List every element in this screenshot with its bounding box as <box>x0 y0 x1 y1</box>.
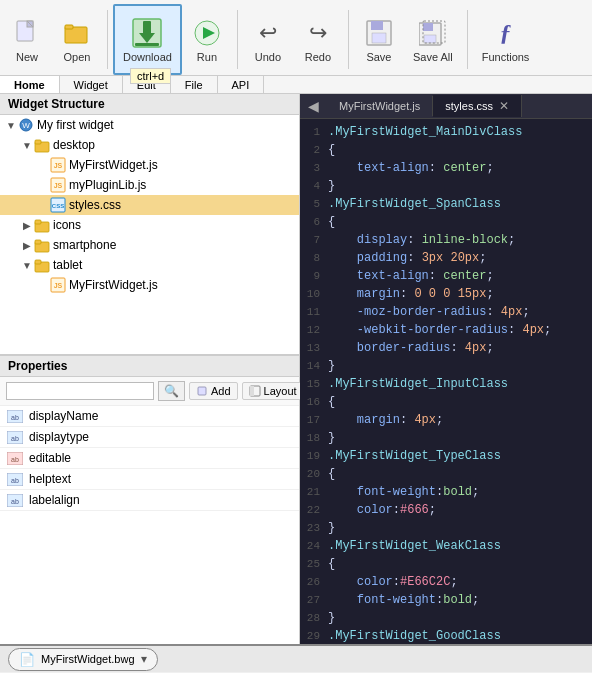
svg-rect-31 <box>35 240 41 244</box>
new-icon <box>11 17 43 49</box>
prop-icon-displayname: ab <box>6 409 24 423</box>
tree-label-styles: styles.css <box>69 198 121 212</box>
svg-text:ab: ab <box>11 498 19 505</box>
code-line-10: 10 margin: 0 0 0 15px; <box>300 285 592 303</box>
toolbar-group-home: New Open <box>2 4 102 75</box>
tree-item-root[interactable]: ▼ W My first widget <box>0 115 299 135</box>
displayname-icon: ab <box>7 410 23 423</box>
redo-button[interactable]: ↪ Redo <box>293 4 343 75</box>
sep1 <box>107 10 108 69</box>
functions-button[interactable]: ƒ Functions <box>473 4 539 75</box>
status-dropdown-arrow[interactable]: ▾ <box>141 652 147 666</box>
editor-tab-mfw[interactable]: MyFirstWidget.js <box>327 96 433 116</box>
prop-label-displayname: displayName <box>29 409 98 423</box>
code-line-19: 19.MyFirstWidget_TypeClass <box>300 447 592 465</box>
main-content: Widget Structure ▼ W My first widget ▼ <box>0 94 592 644</box>
tree-item-icons[interactable]: ▶ icons <box>0 215 299 235</box>
prop-item-labelalign[interactable]: ab labelalign <box>0 490 299 511</box>
sep3 <box>348 10 349 69</box>
expand-icons[interactable]: ▶ <box>20 220 34 231</box>
tree-item-smartphone[interactable]: ▶ smartphone <box>0 235 299 255</box>
line-content-27: font-weight:bold; <box>328 591 479 609</box>
sep2 <box>237 10 238 69</box>
prop-label-editable: editable <box>29 451 71 465</box>
properties-panel: Properties 🔍 Add Layout <box>0 355 299 511</box>
prop-label-labelalign: labelalign <box>29 493 80 507</box>
tree-item-tablet[interactable]: ▼ tablet <box>0 255 299 275</box>
properties-search-button[interactable]: 🔍 <box>158 381 185 401</box>
properties-search-input[interactable] <box>6 382 154 400</box>
status-file[interactable]: 📄 MyFirstWidget.bwg ▾ <box>8 648 158 671</box>
undo-button[interactable]: ↩ Undo <box>243 4 293 75</box>
widget-structure-header: Widget Structure <box>0 94 299 115</box>
line-number-9: 9 <box>300 268 328 285</box>
line-content-16: { <box>328 393 335 411</box>
download-button[interactable]: Download <box>113 4 182 75</box>
line-content-15: .MyFirstWidget_InputClass <box>328 375 508 393</box>
folder-icon-tablet <box>34 257 50 273</box>
layout-property-button[interactable]: Layout <box>242 382 304 400</box>
line-number-24: 24 <box>300 538 328 555</box>
helptext-icon: ab <box>7 473 23 486</box>
line-content-20: { <box>328 465 335 483</box>
code-line-8: 8 padding: 3px 20px; <box>300 249 592 267</box>
tree-item-tablet-mfw[interactable]: ▶ JS MyFirstWidget.js <box>0 275 299 295</box>
tree-item-styles[interactable]: ▶ CSS styles.css <box>0 195 299 215</box>
prop-item-editable[interactable]: ab editable <box>0 448 299 469</box>
save-label: Save <box>366 51 391 63</box>
tree-area[interactable]: ▼ W My first widget ▼ desktop <box>0 115 299 355</box>
tab-api[interactable]: API <box>218 76 265 93</box>
save-icon <box>363 17 395 49</box>
line-number-2: 2 <box>300 142 328 159</box>
add-property-button[interactable]: Add <box>189 382 238 400</box>
run-label: Run <box>197 51 217 63</box>
prop-item-displayname[interactable]: ab displayName <box>0 406 299 427</box>
line-number-11: 11 <box>300 304 328 321</box>
code-area[interactable]: 1.MyFirstWidget_MainDivClass2{3 text-ali… <box>300 119 592 644</box>
prop-item-helptext[interactable]: ab helptext <box>0 469 299 490</box>
expand-smartphone[interactable]: ▶ <box>20 240 34 251</box>
download-label: Download <box>123 51 172 63</box>
tab-home[interactable]: Home <box>0 76 60 93</box>
tree-label-smartphone: smartphone <box>53 238 116 252</box>
tab-file[interactable]: File <box>171 76 218 93</box>
tree-item-plugin[interactable]: ▶ JS myPluginLib.js <box>0 175 299 195</box>
tree-label-mfw: MyFirstWidget.js <box>69 158 158 172</box>
svg-text:JS: JS <box>54 182 63 189</box>
tree-item-mfw[interactable]: ▶ JS MyFirstWidget.js <box>0 155 299 175</box>
prop-item-displaytype[interactable]: ab displaytype <box>0 427 299 448</box>
prop-icon-labelalign: ab <box>6 493 24 507</box>
expand-root[interactable]: ▼ <box>4 120 18 131</box>
save-all-icon <box>417 17 449 49</box>
tooltip: ctrl+d <box>130 68 171 84</box>
line-number-1: 1 <box>300 124 328 141</box>
expand-desktop[interactable]: ▼ <box>20 140 34 151</box>
displaytype-icon: ab <box>7 431 23 444</box>
properties-header: Properties <box>0 356 299 377</box>
new-button[interactable]: New <box>2 4 52 75</box>
line-number-13: 13 <box>300 340 328 357</box>
tree-item-desktop[interactable]: ▼ desktop <box>0 135 299 155</box>
svg-rect-21 <box>35 140 41 144</box>
save-button[interactable]: Save <box>354 4 404 75</box>
line-number-25: 25 <box>300 556 328 573</box>
editor-nav-left[interactable]: ◀ <box>300 94 327 118</box>
open-button[interactable]: Open <box>52 4 102 75</box>
close-styles-tab[interactable]: ✕ <box>499 99 509 113</box>
line-content-11: -moz-border-radius: 4px; <box>328 303 530 321</box>
svg-rect-15 <box>423 23 433 31</box>
expand-tablet[interactable]: ▼ <box>20 260 34 271</box>
editor-tab-styles[interactable]: styles.css ✕ <box>433 95 522 117</box>
run-button[interactable]: Run <box>182 4 232 75</box>
prop-label-helptext: helptext <box>29 472 71 486</box>
toolbar: New Open <box>0 0 592 94</box>
properties-toolbar: 🔍 Add Layout <box>0 377 299 406</box>
run-icon <box>191 17 223 49</box>
line-content-4: } <box>328 177 335 195</box>
code-line-14: 14} <box>300 357 592 375</box>
tree-label-icons: icons <box>53 218 81 232</box>
js-icon-tablet-mfw: JS <box>50 277 66 293</box>
save-all-button[interactable]: Save All <box>404 4 462 75</box>
code-line-24: 24.MyFirstWidget_WeakClass <box>300 537 592 555</box>
tab-widget[interactable]: Widget <box>60 76 123 93</box>
